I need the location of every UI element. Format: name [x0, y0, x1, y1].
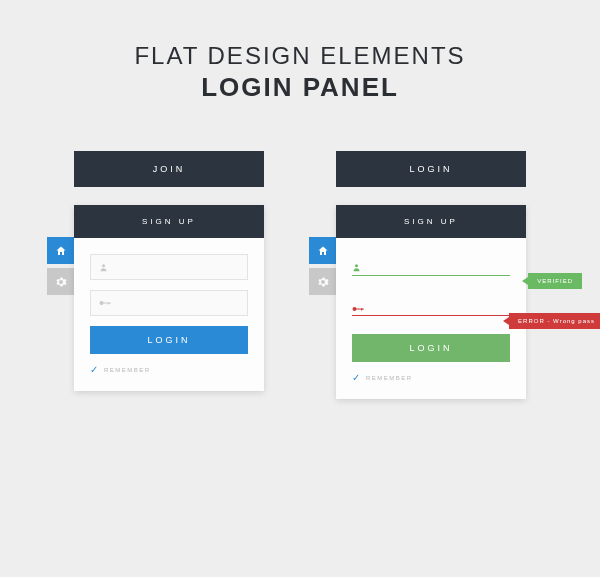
gear-icon: [317, 276, 329, 288]
card-header: SIGN UP: [74, 205, 264, 238]
svg-point-6: [353, 307, 357, 311]
svg-rect-3: [108, 303, 109, 305]
join-button[interactable]: JOIN: [74, 151, 264, 187]
signup-card-left: SIGN UP LOGIN ✓ REMEMBER: [74, 205, 264, 391]
username-input[interactable]: [90, 254, 248, 280]
card-header: SIGN UP: [336, 205, 526, 238]
title-subtitle: FLAT DESIGN ELEMENTS: [0, 42, 600, 70]
key-icon: [352, 305, 364, 313]
key-icon: [99, 299, 111, 307]
username-input-verified[interactable]: [352, 254, 510, 276]
login-button[interactable]: LOGIN: [352, 334, 510, 362]
check-icon: ✓: [352, 372, 360, 383]
remember-label: REMEMBER: [104, 367, 151, 373]
settings-tab[interactable]: [47, 268, 74, 295]
panel-right: LOGIN SIGN UP: [336, 151, 526, 399]
svg-rect-4: [110, 303, 111, 305]
home-tab[interactable]: [309, 237, 336, 264]
home-icon: [55, 245, 67, 257]
error-badge: ERROR - Wrong pass: [509, 313, 600, 329]
settings-tab[interactable]: [309, 268, 336, 295]
svg-point-1: [100, 301, 104, 305]
password-input-error[interactable]: [352, 294, 510, 316]
user-icon: [99, 262, 108, 273]
svg-point-0: [102, 264, 105, 267]
svg-rect-8: [361, 309, 362, 311]
svg-rect-9: [363, 309, 364, 311]
svg-point-5: [355, 264, 358, 267]
side-tabs: [47, 237, 74, 295]
panel-left: JOIN SIGN UP: [74, 151, 264, 399]
home-icon: [317, 245, 329, 257]
gear-icon: [55, 276, 67, 288]
signup-card-right: SIGN UP LOGIN ✓ REMEMBER VE: [336, 205, 526, 399]
login-top-button[interactable]: LOGIN: [336, 151, 526, 187]
home-tab[interactable]: [47, 237, 74, 264]
check-icon: ✓: [90, 364, 98, 375]
login-button[interactable]: LOGIN: [90, 326, 248, 354]
title-main: LOGIN PANEL: [0, 72, 600, 103]
remember-label: REMEMBER: [366, 375, 413, 381]
remember-row[interactable]: ✓ REMEMBER: [352, 372, 510, 387]
verified-badge: VERIFIED: [528, 273, 582, 289]
side-tabs: [309, 237, 336, 295]
remember-row[interactable]: ✓ REMEMBER: [90, 364, 248, 379]
password-input[interactable]: [90, 290, 248, 316]
user-icon: [352, 262, 361, 273]
